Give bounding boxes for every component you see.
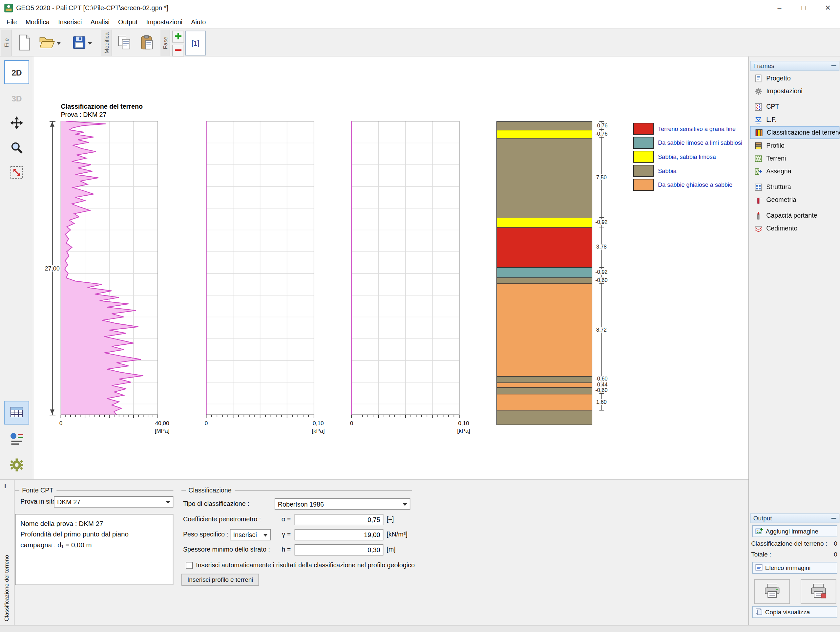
abc-list-icon (9, 432, 24, 447)
frames-item-impostazioni[interactable]: Impostazioni (750, 85, 839, 98)
legend-swatch (633, 165, 654, 177)
svg-text:40,00: 40,00 (155, 420, 169, 426)
strata-layer-terreno-sensitivo-a-grana-fine (497, 227, 592, 267)
frames-item-assegna[interactable]: Assegna (750, 165, 839, 177)
cpt-info-line3: campagna : d₁ = 0,00 m (21, 540, 168, 551)
frames-item-profilo[interactable]: Profilo (750, 139, 839, 152)
settings-icon (754, 87, 763, 95)
dimension-tick (599, 129, 604, 130)
prova-in-sito-combo[interactable]: DKM 27 (54, 496, 173, 507)
tipo-classificazione-combo[interactable]: Robertson 1986 (275, 498, 411, 510)
frames-item-classificazione-del-terreno[interactable]: Classificazione del terreno (750, 126, 839, 139)
save-icon (72, 35, 86, 51)
bottom-panel-side-tab[interactable]: I Classificazione del terreno (0, 480, 14, 626)
frames-item-struttura[interactable]: Struttura (750, 181, 839, 193)
inserisci-profilo-button[interactable]: Inserisci profilo e terreni (182, 574, 259, 586)
frames-collapse-icon[interactable] (832, 65, 836, 67)
table-view-button[interactable] (4, 401, 29, 425)
print-settings-button[interactable] (801, 579, 836, 604)
menu-file[interactable]: File (2, 16, 21, 28)
settings-button[interactable] (4, 454, 29, 477)
menu-aiuto[interactable]: Aiuto (187, 16, 210, 28)
svg-text:[MPa]: [MPa] (155, 428, 169, 434)
view-3d-button[interactable]: 3D (4, 86, 29, 110)
panel-pin[interactable]: I (4, 483, 6, 489)
dimension-tick (599, 393, 604, 394)
svg-text:0: 0 (350, 420, 354, 426)
chevron-down-icon (166, 501, 170, 504)
open-file-button[interactable] (37, 31, 63, 55)
frames-item-terreni[interactable]: Terreni (750, 152, 839, 165)
peso-specifico-input[interactable] (295, 529, 384, 540)
fit-view-button[interactable] (4, 162, 29, 184)
stage-1-button[interactable]: [1] (185, 31, 206, 55)
coefficiente-input[interactable] (295, 514, 384, 525)
settlement-icon (754, 224, 763, 233)
paste-button[interactable] (137, 31, 157, 55)
frames-item-cpt[interactable]: CPT (750, 100, 839, 113)
close-button[interactable]: ✕ (816, 0, 840, 16)
frames-item-label: CPT (766, 103, 779, 110)
paste-icon (140, 35, 154, 52)
total-count-label: Totale : (751, 551, 771, 560)
frames-item-label: Cedimento (766, 225, 797, 232)
strata-thickness-label: -0,60 (595, 376, 608, 382)
chevron-down-icon (263, 534, 267, 537)
minimize-button[interactable]: – (767, 0, 791, 16)
frames-item-l-f[interactable]: L.F. (750, 113, 839, 126)
frames-item-capacit-portante[interactable]: Capacità portante (750, 209, 839, 222)
dimension-tick (49, 415, 55, 416)
image-list-button[interactable]: Elenco immagini (752, 562, 837, 574)
menu-modifica[interactable]: Modifica (21, 16, 54, 28)
frames-item-geometria[interactable]: Geometria (750, 193, 839, 206)
classificazione-group-title: Classificazione (188, 486, 231, 494)
add-image-label: Aggiungi immagine (766, 528, 819, 534)
profile-icon (754, 141, 763, 150)
menu-inserisci[interactable]: Inserisci (54, 16, 86, 28)
output-collapse-icon[interactable] (832, 518, 836, 519)
pan-tool-button[interactable] (4, 112, 29, 135)
spessore-minimo-input[interactable] (295, 544, 384, 555)
auto-insert-checkbox[interactable] (186, 562, 193, 569)
classificazione-group-header: Classificazione (182, 486, 412, 494)
maximize-button[interactable]: □ (791, 0, 816, 16)
print-button[interactable] (754, 579, 790, 604)
legend-swatch (633, 179, 654, 191)
cpt-info-line1: Nome della prova : DKM 27 (21, 518, 168, 529)
add-image-button[interactable]: Aggiungi immagine (752, 525, 837, 537)
copy-view-button[interactable]: Copia visualizza (752, 606, 837, 618)
table-icon (9, 405, 24, 420)
dimension-tick (599, 267, 604, 268)
legend-swatch (633, 151, 654, 163)
frames-item-cedimento[interactable]: Cedimento (750, 222, 839, 235)
strata-layer-da-sabbie-ghiaiose-a-sabbie (497, 284, 592, 376)
remove-stage-button[interactable] (172, 44, 184, 57)
frames-item-progetto[interactable]: Progetto (750, 71, 839, 84)
drawing-canvas[interactable]: Classificazione del terreno Prova : DKM … (33, 57, 748, 479)
strata-dimension-line (602, 121, 602, 410)
bottom-panel: I Classificazione del terreno Fonte CPT … (0, 479, 748, 625)
strata-layer-sabbia (497, 376, 592, 382)
new-file-button[interactable] (14, 31, 35, 55)
menu-analisi[interactable]: Analisi (86, 16, 114, 28)
right-panel: Frames ProgettoImpostazioniCPTL.F.Classi… (748, 57, 840, 625)
copy-button[interactable] (114, 31, 134, 55)
open-dropdown-icon (56, 42, 60, 44)
zoom-tool-button[interactable] (4, 137, 29, 160)
save-button[interactable] (69, 31, 95, 55)
new-file-icon (17, 34, 32, 52)
app-window: GEO5 2020 - Pali CPT [C:\Pile-CPT\screen… (0, 0, 840, 632)
classification-count-value: 0 (834, 540, 838, 549)
frames-item-label: Impostazioni (766, 87, 802, 95)
menu-impostazioni[interactable]: Impostazioni (142, 16, 187, 28)
structure-icon (754, 183, 763, 191)
menu-output[interactable]: Output (114, 16, 142, 28)
peso-specifico-combo[interactable]: Inserisci (230, 529, 271, 540)
cpt-icon (754, 103, 763, 111)
view-2d-label: 2D (11, 68, 22, 77)
view-2d-button[interactable]: 2D (4, 60, 29, 84)
annotations-button[interactable] (4, 428, 29, 451)
legend-item-da-sabbie-limose-a-limi-sabbiosi: Da sabbie limose a limi sabbiosi (633, 137, 742, 149)
add-stage-button[interactable] (172, 31, 184, 43)
spessore-minimo-label: Spessore minimo dello strato : (183, 544, 270, 555)
